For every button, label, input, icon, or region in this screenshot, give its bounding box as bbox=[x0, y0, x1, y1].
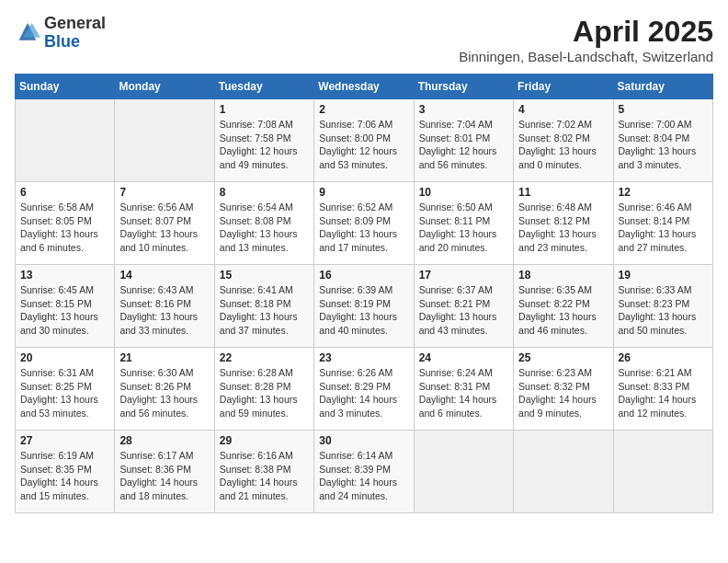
day-info: Sunrise: 6:37 AM Sunset: 8:21 PM Dayligh… bbox=[419, 283, 508, 338]
day-number: 14 bbox=[119, 269, 209, 282]
day-number: 13 bbox=[20, 269, 109, 282]
day-info: Sunrise: 6:33 AM Sunset: 8:23 PM Dayligh… bbox=[619, 283, 708, 338]
weekday-header-sunday: Sunday bbox=[16, 75, 115, 99]
title-block: April 2025 Binningen, Basel-Landschaft, … bbox=[459, 15, 713, 64]
day-number: 15 bbox=[220, 269, 309, 282]
calendar-cell: 25Sunrise: 6:23 AM Sunset: 8:32 PM Dayli… bbox=[514, 348, 613, 431]
calendar-cell: 15Sunrise: 6:41 AM Sunset: 8:18 PM Dayli… bbox=[214, 265, 313, 348]
day-info: Sunrise: 7:00 AM Sunset: 8:04 PM Dayligh… bbox=[619, 118, 708, 172]
calendar-cell: 21Sunrise: 6:30 AM Sunset: 8:26 PM Dayli… bbox=[115, 348, 214, 431]
calendar-cell: 28Sunrise: 6:17 AM Sunset: 8:36 PM Dayli… bbox=[115, 431, 214, 513]
day-number: 24 bbox=[419, 351, 508, 364]
calendar-cell: 12Sunrise: 6:46 AM Sunset: 8:14 PM Dayli… bbox=[613, 182, 712, 265]
calendar-cell: 13Sunrise: 6:45 AM Sunset: 8:15 PM Dayli… bbox=[16, 265, 115, 348]
day-info: Sunrise: 6:14 AM Sunset: 8:39 PM Dayligh… bbox=[319, 449, 408, 503]
calendar-week-4: 20Sunrise: 6:31 AM Sunset: 8:25 PM Dayli… bbox=[16, 348, 713, 431]
day-info: Sunrise: 6:43 AM Sunset: 8:16 PM Dayligh… bbox=[119, 283, 209, 338]
weekday-header-wednesday: Wednesday bbox=[314, 75, 414, 99]
logo: General Blue bbox=[15, 15, 106, 52]
day-info: Sunrise: 6:24 AM Sunset: 8:31 PM Dayligh… bbox=[419, 366, 508, 420]
day-info: Sunrise: 6:39 AM Sunset: 8:19 PM Dayligh… bbox=[319, 283, 408, 338]
day-info: Sunrise: 6:35 AM Sunset: 8:22 PM Dayligh… bbox=[518, 283, 608, 338]
day-number: 25 bbox=[518, 351, 608, 364]
calendar-cell: 23Sunrise: 6:26 AM Sunset: 8:29 PM Dayli… bbox=[314, 348, 414, 431]
day-number: 7 bbox=[119, 186, 209, 199]
day-number: 11 bbox=[518, 186, 608, 199]
day-info: Sunrise: 6:26 AM Sunset: 8:29 PM Dayligh… bbox=[319, 366, 408, 420]
weekday-header-monday: Monday bbox=[115, 75, 214, 99]
day-info: Sunrise: 6:28 AM Sunset: 8:28 PM Dayligh… bbox=[220, 366, 309, 420]
day-number: 16 bbox=[319, 269, 408, 282]
calendar-cell: 3Sunrise: 7:04 AM Sunset: 8:01 PM Daylig… bbox=[414, 99, 513, 182]
calendar-cell: 5Sunrise: 7:00 AM Sunset: 8:04 PM Daylig… bbox=[613, 99, 712, 182]
day-info: Sunrise: 7:08 AM Sunset: 7:58 PM Dayligh… bbox=[220, 118, 309, 172]
month-year: April 2025 bbox=[459, 15, 713, 49]
day-info: Sunrise: 6:31 AM Sunset: 8:25 PM Dayligh… bbox=[20, 366, 109, 420]
calendar-cell: 7Sunrise: 6:56 AM Sunset: 8:07 PM Daylig… bbox=[115, 182, 214, 265]
day-info: Sunrise: 6:58 AM Sunset: 8:05 PM Dayligh… bbox=[20, 201, 109, 255]
calendar-cell: 22Sunrise: 6:28 AM Sunset: 8:28 PM Dayli… bbox=[214, 348, 313, 431]
day-number: 20 bbox=[20, 351, 109, 364]
day-info: Sunrise: 7:06 AM Sunset: 8:00 PM Dayligh… bbox=[319, 118, 408, 172]
day-number: 5 bbox=[619, 103, 708, 116]
calendar-cell: 19Sunrise: 6:33 AM Sunset: 8:23 PM Dayli… bbox=[613, 265, 712, 348]
calendar-cell: 10Sunrise: 6:50 AM Sunset: 8:11 PM Dayli… bbox=[414, 182, 513, 265]
day-info: Sunrise: 7:02 AM Sunset: 8:02 PM Dayligh… bbox=[518, 118, 608, 172]
day-number: 21 bbox=[119, 351, 209, 364]
calendar-header: SundayMondayTuesdayWednesdayThursdayFrid… bbox=[16, 75, 713, 99]
weekday-header-friday: Friday bbox=[514, 75, 613, 99]
day-info: Sunrise: 6:48 AM Sunset: 8:12 PM Dayligh… bbox=[518, 201, 608, 255]
day-number: 10 bbox=[419, 186, 508, 199]
day-number: 26 bbox=[619, 351, 708, 364]
calendar-table: SundayMondayTuesdayWednesdayThursdayFrid… bbox=[15, 74, 713, 513]
day-info: Sunrise: 6:23 AM Sunset: 8:32 PM Dayligh… bbox=[518, 366, 608, 420]
day-number: 19 bbox=[619, 269, 708, 282]
calendar-cell: 1Sunrise: 7:08 AM Sunset: 7:58 PM Daylig… bbox=[214, 99, 313, 182]
day-number: 2 bbox=[319, 103, 408, 116]
calendar-cell: 11Sunrise: 6:48 AM Sunset: 8:12 PM Dayli… bbox=[514, 182, 613, 265]
calendar-cell: 26Sunrise: 6:21 AM Sunset: 8:33 PM Dayli… bbox=[613, 348, 712, 431]
weekday-header-tuesday: Tuesday bbox=[214, 75, 313, 99]
day-number: 9 bbox=[319, 186, 408, 199]
page-header: General Blue April 2025 Binningen, Basel… bbox=[15, 15, 713, 64]
day-number: 12 bbox=[619, 186, 708, 199]
day-number: 28 bbox=[119, 434, 209, 447]
location: Binningen, Basel-Landschaft, Switzerland bbox=[459, 49, 713, 64]
day-number: 27 bbox=[20, 434, 109, 447]
day-info: Sunrise: 7:04 AM Sunset: 8:01 PM Dayligh… bbox=[419, 118, 508, 172]
calendar-week-3: 13Sunrise: 6:45 AM Sunset: 8:15 PM Dayli… bbox=[16, 265, 713, 348]
calendar-cell: 8Sunrise: 6:54 AM Sunset: 8:08 PM Daylig… bbox=[214, 182, 313, 265]
calendar-cell: 24Sunrise: 6:24 AM Sunset: 8:31 PM Dayli… bbox=[414, 348, 513, 431]
day-number: 29 bbox=[220, 434, 309, 447]
day-number: 8 bbox=[220, 186, 309, 199]
calendar-cell: 20Sunrise: 6:31 AM Sunset: 8:25 PM Dayli… bbox=[16, 348, 115, 431]
logo-icon bbox=[15, 20, 40, 46]
day-number: 1 bbox=[220, 103, 309, 116]
calendar-cell: 6Sunrise: 6:58 AM Sunset: 8:05 PM Daylig… bbox=[16, 182, 115, 265]
calendar-cell: 4Sunrise: 7:02 AM Sunset: 8:02 PM Daylig… bbox=[514, 99, 613, 182]
day-info: Sunrise: 6:54 AM Sunset: 8:08 PM Dayligh… bbox=[220, 201, 309, 255]
weekday-header-thursday: Thursday bbox=[414, 75, 513, 99]
day-info: Sunrise: 6:21 AM Sunset: 8:33 PM Dayligh… bbox=[619, 366, 708, 420]
calendar-cell bbox=[613, 431, 712, 513]
calendar-cell: 2Sunrise: 7:06 AM Sunset: 8:00 PM Daylig… bbox=[314, 99, 414, 182]
calendar-cell: 30Sunrise: 6:14 AM Sunset: 8:39 PM Dayli… bbox=[314, 431, 414, 513]
calendar-cell bbox=[514, 431, 613, 513]
calendar-week-2: 6Sunrise: 6:58 AM Sunset: 8:05 PM Daylig… bbox=[16, 182, 713, 265]
day-info: Sunrise: 6:41 AM Sunset: 8:18 PM Dayligh… bbox=[220, 283, 309, 338]
calendar-cell: 16Sunrise: 6:39 AM Sunset: 8:19 PM Dayli… bbox=[314, 265, 414, 348]
calendar-cell: 18Sunrise: 6:35 AM Sunset: 8:22 PM Dayli… bbox=[514, 265, 613, 348]
calendar-cell bbox=[414, 431, 513, 513]
logo-general-text: General bbox=[44, 14, 106, 32]
calendar-cell: 17Sunrise: 6:37 AM Sunset: 8:21 PM Dayli… bbox=[414, 265, 513, 348]
day-info: Sunrise: 6:50 AM Sunset: 8:11 PM Dayligh… bbox=[419, 201, 508, 255]
calendar-cell: 14Sunrise: 6:43 AM Sunset: 8:16 PM Dayli… bbox=[115, 265, 214, 348]
weekday-header-saturday: Saturday bbox=[613, 75, 712, 99]
calendar-cell: 27Sunrise: 6:19 AM Sunset: 8:35 PM Dayli… bbox=[16, 431, 115, 513]
day-info: Sunrise: 6:56 AM Sunset: 8:07 PM Dayligh… bbox=[119, 201, 209, 255]
calendar-cell: 9Sunrise: 6:52 AM Sunset: 8:09 PM Daylig… bbox=[314, 182, 414, 265]
calendar-cell: 29Sunrise: 6:16 AM Sunset: 8:38 PM Dayli… bbox=[214, 431, 313, 513]
calendar-cell bbox=[16, 99, 115, 182]
calendar-week-5: 27Sunrise: 6:19 AM Sunset: 8:35 PM Dayli… bbox=[16, 431, 713, 513]
day-number: 18 bbox=[518, 269, 608, 282]
